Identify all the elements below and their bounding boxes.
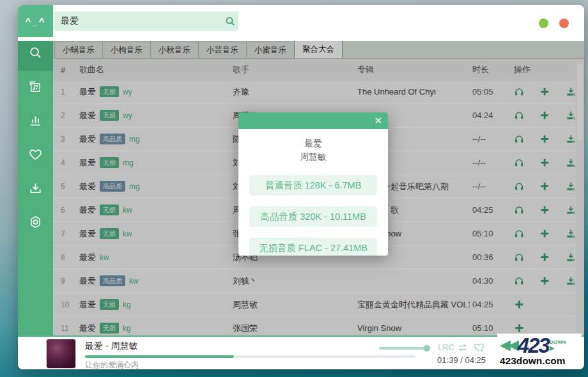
volume-knob[interactable] (424, 345, 430, 351)
settings-nut-icon (28, 215, 43, 232)
dialog-header: ✕ (238, 112, 388, 129)
search-icon[interactable] (222, 16, 238, 27)
watermark-site: 423down.com (500, 355, 579, 367)
download-quality-dialog: ✕ 最爱 周慧敏 普通音质 128K - 6.7MB高品音质 320K - 10… (238, 112, 388, 256)
search-icon (28, 45, 43, 63)
search-input[interactable] (54, 16, 222, 26)
sidebar-item-music-library[interactable] (18, 71, 53, 105)
bar-chart-icon (28, 113, 43, 130)
volume-slider[interactable] (379, 347, 429, 350)
music-box-icon (28, 79, 43, 96)
time-display: 01:39 / 04:25 (409, 355, 486, 365)
app-logo: ^_^ (18, 5, 53, 37)
progress-bar[interactable] (85, 355, 415, 358)
sidebar-item-downloads[interactable] (18, 173, 53, 206)
sidebar (18, 37, 53, 335)
sidebar-item-settings[interactable] (18, 206, 53, 240)
sidebar-item-favorites[interactable] (18, 139, 53, 173)
app-window: ^_^ 小蜗音乐小枸音乐小秋音乐小芸音乐小蜜音乐聚合大会 #歌曲名歌手专辑时长操… (18, 5, 584, 369)
heart-icon (28, 147, 43, 164)
lrc-button[interactable]: LRC (438, 342, 454, 352)
sidebar-item-search[interactable] (18, 37, 53, 71)
now-playing-title: 最爱 - 周慧敏 (85, 341, 137, 352)
progress-fill (85, 355, 234, 358)
watermark-arrows-icon: ◀◀ (500, 338, 516, 352)
sidebar-item-charts[interactable] (18, 105, 53, 139)
download-tray-icon (28, 181, 43, 198)
watermark-423down: ◀◀ 423 DOWN ▶ 423down.com (497, 334, 582, 369)
top-bar: ^_^ (18, 5, 584, 41)
quality-option-button[interactable]: 普通音质 128K - 6.7MB (249, 175, 377, 196)
dialog-artist-name: 周慧敏 (238, 150, 388, 164)
repeat-icon[interactable] (457, 342, 468, 353)
favorite-heart-icon[interactable] (473, 341, 485, 353)
close-window-button[interactable] (559, 19, 569, 28)
album-art (46, 339, 76, 369)
dialog-song-title: 最爱 周慧敏 (238, 137, 388, 164)
watermark-play-icon: ▶ (550, 345, 566, 351)
content-area: 小蜗音乐小枸音乐小秋音乐小芸音乐小蜜音乐聚合大会 #歌曲名歌手专辑时长操作 1最… (53, 41, 584, 335)
dialog-song-name: 最爱 (238, 137, 388, 150)
quality-option-button[interactable]: 无损音质 FLAC - 27.41MB (249, 238, 377, 256)
quality-option-button[interactable]: 高品音质 320K - 10.11MB (249, 206, 377, 227)
search-box (54, 12, 238, 31)
watermark-423: 423 (518, 335, 549, 356)
close-icon[interactable]: ✕ (368, 112, 388, 129)
minimize-button[interactable] (539, 19, 548, 28)
lyric-line: 让你的爱满心内 (85, 360, 139, 369)
